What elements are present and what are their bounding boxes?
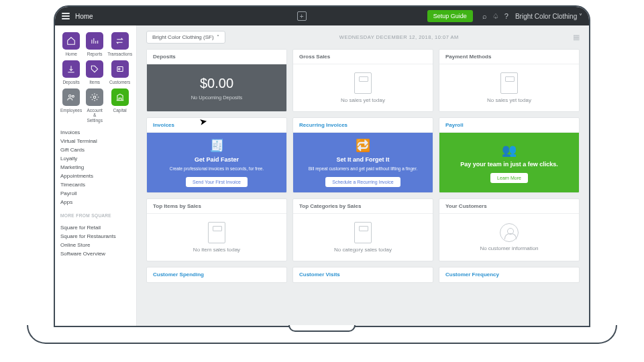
payroll-learn-more-button[interactable]: Learn More bbox=[490, 173, 528, 183]
card-top-categories[interactable]: Top Categories by Sales No category sale… bbox=[292, 198, 433, 261]
sidebar-link[interactable]: Software Overview bbox=[60, 251, 131, 257]
nav-tile-settings[interactable]: Account & Settings bbox=[86, 88, 103, 122]
sidebar-link[interactable]: Marketing bbox=[60, 164, 131, 170]
receipt-icon bbox=[500, 72, 518, 94]
nav-tile-items[interactable]: Items bbox=[86, 60, 103, 84]
sidebar-link[interactable]: Virtual Terminal bbox=[60, 138, 131, 144]
card-customer-frequency[interactable]: Customer Frequency bbox=[439, 267, 580, 283]
sidebar-link[interactable]: Payroll bbox=[60, 190, 131, 196]
card-customers[interactable]: Your Customers No customer information bbox=[439, 198, 580, 261]
svg-point-2 bbox=[69, 95, 72, 98]
receipt-icon bbox=[354, 72, 372, 94]
nav-tiles: Home Reports Transactions Deposits Items… bbox=[60, 32, 131, 123]
sidebar-link[interactable]: Appointments bbox=[60, 173, 131, 179]
layout-grid-icon[interactable]: ▦ bbox=[573, 33, 580, 42]
send-invoice-button[interactable]: Send Your First Invoice bbox=[186, 177, 248, 187]
card-title: Recurring Invoices bbox=[293, 118, 433, 133]
schedule-invoice-button[interactable]: Schedule a Recurring Invoice bbox=[325, 177, 400, 187]
sidebar-links: Invoices Virtual Terminal Gift Cards Loy… bbox=[60, 129, 131, 205]
nav-tile-transactions[interactable]: Transactions bbox=[107, 32, 132, 56]
location-select[interactable]: Bright Color Clothing (SF)˅ bbox=[146, 31, 225, 44]
recurring-icon: 🔁 bbox=[356, 138, 370, 153]
sidebar-link[interactable]: Loyalty bbox=[60, 156, 131, 162]
main-content: Bright Color Clothing (SF)˅ Wednesday De… bbox=[137, 25, 589, 326]
card-payroll[interactable]: Payroll 👥 Pay your team in just a few cl… bbox=[439, 117, 580, 193]
help-icon[interactable]: ? bbox=[504, 12, 508, 20]
nav-tile-deposits[interactable]: Deposits bbox=[60, 60, 82, 84]
nav-tile-capital[interactable]: Capital bbox=[107, 88, 132, 122]
card-title: Deposits bbox=[147, 50, 286, 64]
sidebar-link[interactable]: Square for Retail bbox=[60, 225, 131, 231]
card-gross-sales[interactable]: Gross Sales No sales yet today bbox=[292, 49, 433, 112]
chevron-down-icon: ˅ bbox=[217, 34, 219, 40]
card-title: Your Customers bbox=[439, 199, 579, 214]
invoice-icon: 🧾 bbox=[209, 138, 224, 153]
team-icon: 👥 bbox=[502, 143, 517, 158]
current-date: Wednesday December 12, 2018, 10:07 AM bbox=[225, 34, 573, 40]
card-title: Top Items by Sales bbox=[147, 199, 286, 214]
laptop-screen: Home + Setup Guide ⌕ ♤ ? Bright Color Cl… bbox=[54, 5, 590, 327]
card-recurring-invoices[interactable]: Recurring Invoices 🔁 Set It and Forget I… bbox=[292, 117, 433, 193]
card-title: Payment Methods bbox=[439, 50, 579, 64]
card-customer-spending[interactable]: Customer Spending bbox=[146, 267, 287, 283]
sidebar-link[interactable]: Apps bbox=[60, 199, 131, 205]
sidebar-more-links: Square for Retail Square for Restaurants… bbox=[60, 225, 131, 257]
card-title: Customer Visits bbox=[293, 267, 433, 282]
sidebar-link[interactable]: Square for Restaurants bbox=[60, 233, 131, 239]
card-title: Customer Frequency bbox=[439, 267, 579, 282]
svg-point-4 bbox=[93, 97, 96, 99]
nav-tile-customers[interactable]: Customers bbox=[107, 60, 132, 84]
card-invoices[interactable]: Invoices 🧾 Get Paid Faster Create profes… bbox=[146, 117, 287, 193]
card-title: Customer Spending bbox=[147, 267, 286, 282]
sidebar-link[interactable]: Online Store bbox=[60, 242, 131, 248]
deposits-amount: $0.00 bbox=[200, 76, 233, 91]
sidebar: Home Reports Transactions Deposits Items… bbox=[55, 25, 137, 326]
card-title: Gross Sales bbox=[293, 50, 433, 64]
card-title: Top Categories by Sales bbox=[293, 199, 433, 214]
card-deposits[interactable]: Deposits $0.00 No Upcoming Deposits bbox=[146, 49, 287, 112]
receipt-icon bbox=[354, 222, 372, 243]
account-dropdown[interactable]: Bright Color Clothing ˅ bbox=[515, 13, 582, 20]
sidebar-link[interactable]: Invoices bbox=[60, 129, 131, 135]
nav-tile-home[interactable]: Home bbox=[60, 32, 82, 56]
sidebar-more-heading: More from Square bbox=[60, 213, 131, 218]
setup-guide-button[interactable]: Setup Guide bbox=[427, 10, 473, 22]
nav-tile-reports[interactable]: Reports bbox=[86, 32, 103, 56]
notification-icon[interactable]: ♤ bbox=[492, 12, 499, 21]
svg-point-3 bbox=[72, 96, 74, 98]
card-payment-methods[interactable]: Payment Methods No sales yet today bbox=[439, 49, 580, 112]
card-title: Invoices bbox=[147, 118, 286, 133]
laptop-notch bbox=[288, 325, 356, 332]
add-icon[interactable]: + bbox=[297, 11, 307, 21]
nav-tile-employees[interactable]: Employees bbox=[60, 88, 82, 122]
search-icon[interactable]: ⌕ bbox=[482, 12, 487, 20]
menu-icon[interactable] bbox=[62, 13, 70, 19]
svg-point-1 bbox=[118, 68, 119, 70]
sidebar-link[interactable]: Gift Cards bbox=[60, 147, 131, 153]
topbar: Home + Setup Guide ⌕ ♤ ? Bright Color Cl… bbox=[55, 7, 589, 25]
card-title: Payroll bbox=[439, 118, 579, 133]
deposits-sub: No Upcoming Deposits bbox=[191, 95, 243, 101]
card-customer-visits[interactable]: Customer Visits bbox=[292, 267, 433, 283]
page-title: Home bbox=[75, 13, 93, 20]
user-icon bbox=[500, 223, 519, 242]
main-header: Bright Color Clothing (SF)˅ Wednesday De… bbox=[137, 25, 589, 49]
card-top-items[interactable]: Top Items by Sales No item sales today bbox=[146, 198, 287, 261]
receipt-icon bbox=[208, 222, 225, 243]
sidebar-link[interactable]: Timecards bbox=[60, 182, 131, 188]
